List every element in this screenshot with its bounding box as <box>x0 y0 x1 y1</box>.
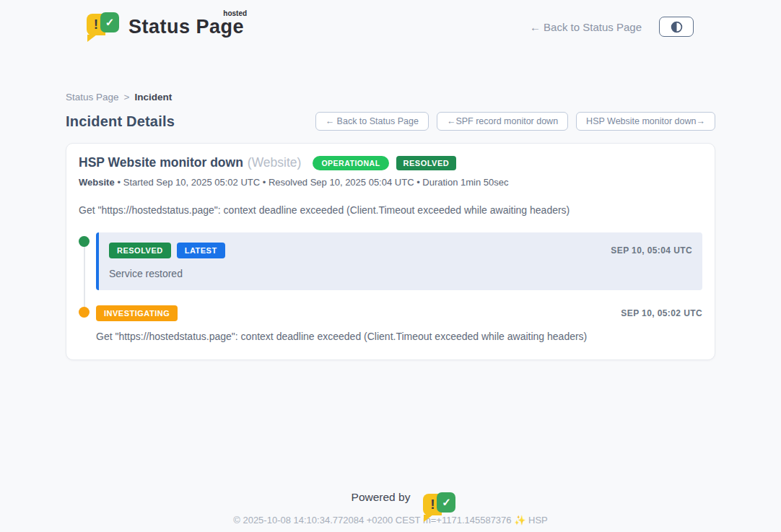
timeline-timestamp: SEP 10, 05:02 UTC <box>621 308 702 318</box>
copyright-text: © 2025-10-08 14:10:34.772084 +0200 CEST … <box>0 515 781 526</box>
timeline-message: Service restored <box>109 268 692 279</box>
logo-bubble-tail <box>424 515 433 522</box>
latest-update-box: RESOLVED LATEST SEP 10, 05:04 UTC Servic… <box>96 232 702 290</box>
incident-description: Get "https://hostedstatus.page": context… <box>79 204 702 216</box>
back-to-status-page-button[interactable]: ← Back to Status Page <box>315 112 429 131</box>
breadcrumb-status-page[interactable]: Status Page <box>66 92 119 103</box>
powered-by-logo[interactable]: ! ✓ <box>416 492 429 504</box>
timeline-item-header: INVESTIGATING SEP 10, 05:02 UTC <box>96 305 702 321</box>
incident-card: HSP Website monitor down (Website) OPERA… <box>66 143 715 360</box>
status-page-logo[interactable]: ! ✓ Status Pagehosted <box>87 12 244 42</box>
timeline-item-investigating: INVESTIGATING SEP 10, 05:02 UTC Get "htt… <box>79 305 702 342</box>
incident-service: Website <box>79 177 115 188</box>
breadcrumb: Status Page>Incident <box>66 92 715 103</box>
footer: Powered by ! ✓ © 2025-10-08 14:10:34.772… <box>0 491 781 526</box>
logo-check-icon: ✓ <box>437 492 455 513</box>
timeline-badges: RESOLVED LATEST <box>109 243 225 258</box>
resolved-dot-icon <box>79 236 90 247</box>
incident-nav-buttons: ← Back to Status Page ←SPF record monito… <box>315 112 715 131</box>
incident-title: HSP Website monitor down <box>79 155 243 170</box>
next-incident-button[interactable]: HSP Website monitor down→ <box>576 112 715 131</box>
latest-badge: LATEST <box>177 243 225 258</box>
resolved-badge: RESOLVED <box>109 243 171 258</box>
powered-by: Powered by ! ✓ <box>0 491 781 504</box>
page-title: Incident Details <box>66 113 175 130</box>
incident-meta-details: • Started Sep 10, 2025 05:02 UTC • Resol… <box>118 177 509 188</box>
title-row: Incident Details ← Back to Status Page ←… <box>66 112 715 131</box>
main-content: Status Page>Incident Incident Details ← … <box>66 92 715 360</box>
status-page-logo-icon: ! ✓ <box>87 12 119 42</box>
incident-component: (Website) <box>248 155 302 170</box>
half-circle-icon <box>671 21 683 33</box>
breadcrumb-separator: > <box>124 92 130 103</box>
investigating-dot-icon <box>79 307 90 318</box>
brand-superscript: hosted <box>223 9 247 17</box>
investigating-badge: INVESTIGATING <box>96 305 178 321</box>
header-actions: ← Back to Status Page <box>530 17 694 37</box>
powered-by-label: Powered by <box>352 491 411 504</box>
breadcrumb-incident: Incident <box>134 92 172 103</box>
operational-status-pill: OPERATIONAL <box>313 156 388 170</box>
timeline-timestamp: SEP 10, 05:04 UTC <box>611 245 692 256</box>
incident-timeline: RESOLVED LATEST SEP 10, 05:04 UTC Servic… <box>79 232 702 342</box>
header-back-link[interactable]: ← Back to Status Page <box>530 21 642 33</box>
theme-toggle-button[interactable] <box>659 17 694 37</box>
logo-check-icon: ✓ <box>100 12 119 32</box>
brand-name: Status Pagehosted <box>128 16 244 38</box>
timeline-item-resolved: RESOLVED LATEST SEP 10, 05:04 UTC Servic… <box>79 232 702 290</box>
timeline-item-header: RESOLVED LATEST SEP 10, 05:04 UTC <box>109 243 692 258</box>
incident-title-row: HSP Website monitor down (Website) OPERA… <box>79 155 702 170</box>
header: ! ✓ Status Pagehosted ← Back to Status P… <box>0 0 781 42</box>
timeline-message: Get "https://hostedstatus.page": context… <box>96 331 702 342</box>
incident-state-badge: RESOLVED <box>396 156 457 170</box>
logo-bubble-tail <box>87 35 97 42</box>
prev-incident-button[interactable]: ←SPF record monitor down <box>437 112 568 131</box>
incident-meta: Website• Started Sep 10, 2025 05:02 UTC … <box>79 177 702 188</box>
